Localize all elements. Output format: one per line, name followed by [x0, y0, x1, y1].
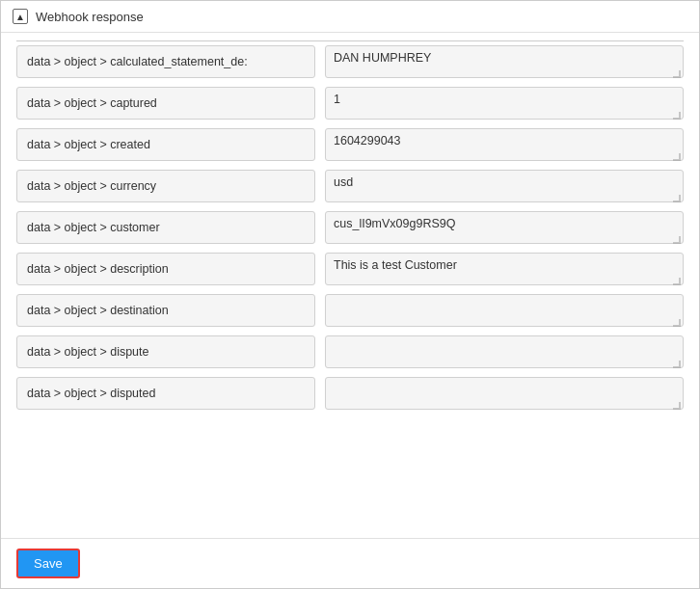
table-row: data > object > disputed	[16, 377, 684, 413]
field-value-wrapper-6	[325, 294, 684, 330]
table-row: data > object > customer	[16, 211, 684, 247]
field-key-2: data > object > created	[16, 128, 315, 161]
field-value-wrapper-4	[325, 211, 684, 247]
field-key-7: data > object > dispute	[16, 335, 315, 368]
field-value-7[interactable]	[325, 335, 684, 368]
fields-scroll-area[interactable]: data > object > calculated_statement_de:…	[1, 33, 699, 538]
resize-handle-7[interactable]	[672, 360, 682, 369]
field-key-1: data > object > captured	[16, 87, 315, 120]
table-row: data > object > created	[16, 128, 684, 164]
panel-footer: Save	[1, 538, 699, 588]
field-value-6[interactable]	[325, 294, 684, 327]
field-key-0: data > object > calculated_statement_de:	[16, 45, 315, 78]
field-value-wrapper-7	[325, 335, 684, 371]
field-value-4[interactable]	[325, 211, 684, 244]
table-row: data > object > destination	[16, 294, 684, 330]
field-value-wrapper-0	[325, 45, 684, 81]
resize-handle-3[interactable]	[672, 194, 682, 203]
resize-handle-1[interactable]	[672, 111, 682, 120]
field-value-3[interactable]	[325, 170, 684, 202]
table-row: data > object > dispute	[16, 335, 684, 371]
resize-handle-8[interactable]	[672, 401, 682, 411]
field-value-5[interactable]	[325, 253, 684, 285]
field-value-0[interactable]	[325, 45, 684, 78]
panel-title: Webhook response	[36, 10, 144, 24]
field-key-4: data > object > customer	[16, 211, 315, 244]
table-row: data > object > description	[16, 253, 684, 288]
resize-handle-6[interactable]	[672, 318, 682, 328]
field-value-wrapper-3	[325, 170, 684, 205]
field-value-1[interactable]	[325, 87, 684, 120]
resize-handle-5[interactable]	[672, 277, 682, 286]
resize-handle-2[interactable]	[672, 152, 682, 162]
panel-header: ▲ Webhook response	[1, 1, 699, 33]
table-row: data > object > captured	[16, 87, 684, 122]
fields-container: data > object > calculated_statement_de:…	[16, 45, 684, 413]
webhook-response-panel: ▲ Webhook response data > object > calcu…	[0, 0, 700, 589]
field-value-wrapper-1	[325, 87, 684, 122]
collapse-icon[interactable]: ▲	[13, 9, 28, 24]
content-area: data > object > calculated_statement_de:…	[1, 33, 699, 538]
field-key-6: data > object > destination	[16, 294, 315, 327]
resize-handle-0[interactable]	[672, 69, 682, 79]
field-value-wrapper-2	[325, 128, 684, 164]
resize-handle-4[interactable]	[672, 235, 682, 245]
field-key-3: data > object > currency	[16, 170, 315, 202]
field-key-5: data > object > description	[16, 253, 315, 285]
field-value-8[interactable]	[325, 377, 684, 410]
table-row: data > object > currency	[16, 170, 684, 205]
field-key-8: data > object > disputed	[16, 377, 315, 410]
field-value-2[interactable]	[325, 128, 684, 161]
save-button[interactable]: Save	[16, 549, 80, 578]
table-row: data > object > calculated_statement_de:	[16, 45, 684, 81]
field-value-wrapper-8	[325, 377, 684, 413]
field-value-wrapper-5	[325, 253, 684, 288]
